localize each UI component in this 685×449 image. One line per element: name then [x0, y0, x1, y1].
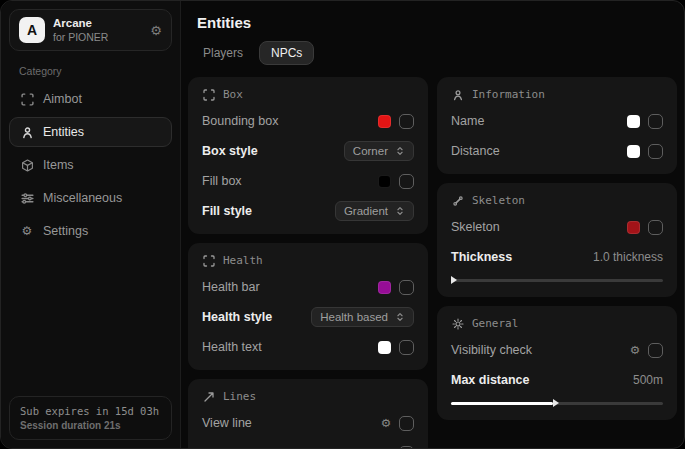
- sidebar-item-label: Items: [43, 158, 74, 172]
- card-general: General Visibility check ⚙ Max distance …: [437, 306, 677, 420]
- color-swatch[interactable]: [378, 281, 391, 294]
- slider-thumb[interactable]: [451, 276, 457, 284]
- checkbox[interactable]: [648, 114, 663, 129]
- setting-row-fill-style: Fill style Gradient: [202, 201, 414, 221]
- color-swatch[interactable]: [627, 115, 640, 128]
- select-value: Gradient: [344, 205, 388, 217]
- card-skeleton: Skeleton Skeleton Thickness 1.0 thicknes…: [437, 183, 677, 297]
- color-swatch[interactable]: [627, 145, 640, 158]
- setting-label: Visibility check: [451, 343, 532, 357]
- person-scan-icon: [451, 88, 464, 101]
- card-title: General: [472, 317, 518, 330]
- setting-label: Box style: [202, 144, 258, 158]
- scan-box-icon: [20, 92, 34, 106]
- subscription-card: Sub expires in 15d 03h Session duration …: [9, 396, 172, 440]
- setting-label: Health text: [202, 340, 262, 354]
- category-label: Category: [19, 65, 172, 77]
- cards-grid: Box Bounding box Box style Corner: [188, 77, 677, 448]
- card-header: Lines: [202, 390, 414, 403]
- setting-label: Skeleton: [451, 220, 500, 234]
- color-swatch[interactable]: [378, 115, 391, 128]
- setting-row-health-bar: Health bar: [202, 277, 414, 297]
- setting-label: Thickness: [451, 250, 512, 264]
- fill-style-select[interactable]: Gradient: [335, 201, 414, 221]
- card-title: Information: [472, 88, 545, 101]
- main-content: Entities Players NPCs Box: [181, 1, 684, 448]
- setting-row-bounding-box: Bounding box: [202, 111, 414, 131]
- gear-icon[interactable]: ⚙: [630, 343, 640, 357]
- cube-icon: [20, 158, 34, 172]
- session-duration-text: Session duration 21s: [20, 420, 161, 431]
- sidebar-item-aimbot[interactable]: Aimbot: [9, 84, 172, 114]
- sidebar-item-miscellaneous[interactable]: Miscellaneous: [9, 183, 172, 213]
- setting-row-fill-box: Fill box: [202, 171, 414, 191]
- checkbox[interactable]: [648, 144, 663, 159]
- setting-label: Fill style: [202, 204, 252, 218]
- setting-row-max-distance: Max distance 500m: [451, 370, 663, 390]
- app-name: Arcane: [53, 17, 142, 31]
- sidebar-item-entities[interactable]: Entities: [9, 117, 172, 147]
- app-subtitle: for PIONER: [53, 31, 142, 44]
- checkbox[interactable]: [648, 220, 663, 235]
- card-header: Box: [202, 88, 414, 101]
- gear-icon[interactable]: ⚙: [381, 446, 391, 448]
- bone-icon: [451, 194, 464, 207]
- sidebar-item-items[interactable]: Items: [9, 150, 172, 180]
- card-title: Box: [223, 88, 243, 101]
- sub-expires-text: Sub expires in 15d 03h: [20, 405, 161, 417]
- setting-label: Name: [451, 114, 484, 128]
- card-title: Lines: [223, 390, 256, 403]
- gear-icon[interactable]: ⚙: [381, 416, 391, 430]
- color-swatch[interactable]: [378, 341, 391, 354]
- card-title: Health: [223, 254, 263, 267]
- setting-row-line-to-enemy: Line to enemy ⚙: [202, 443, 414, 448]
- max-distance-slider[interactable]: [451, 399, 663, 407]
- gear-icon[interactable]: ⚙: [150, 23, 162, 38]
- color-swatch[interactable]: [627, 221, 640, 234]
- setting-row-distance: Distance: [451, 141, 663, 161]
- setting-row-name: Name: [451, 111, 663, 131]
- slider-fill: [451, 402, 553, 405]
- sidebar: A Arcane for PIONER ⚙ Category Aimbot: [1, 1, 181, 448]
- setting-label: Health style: [202, 310, 272, 324]
- scan-brackets-icon: [202, 254, 215, 267]
- sidebar-nav: Aimbot Entities Items: [9, 81, 172, 246]
- checkbox[interactable]: [648, 343, 663, 358]
- app-title-block: Arcane for PIONER: [53, 17, 142, 43]
- checkbox[interactable]: [399, 280, 414, 295]
- slider-thumb[interactable]: [553, 399, 559, 407]
- setting-label: Distance: [451, 144, 500, 158]
- setting-label: Line to enemy: [202, 446, 281, 448]
- sidebar-item-settings[interactable]: ⚙ Settings: [9, 216, 172, 246]
- checkbox[interactable]: [399, 174, 414, 189]
- slider-track[interactable]: [451, 402, 663, 405]
- thickness-slider[interactable]: [451, 276, 663, 284]
- checkbox[interactable]: [399, 340, 414, 355]
- slider-value: 500m: [633, 373, 663, 387]
- app-logo: A: [19, 17, 45, 43]
- sidebar-item-label: Settings: [43, 224, 88, 238]
- setting-label: View line: [202, 416, 252, 430]
- sliders-icon: [20, 191, 34, 205]
- health-style-select[interactable]: Health based: [311, 307, 414, 327]
- unfold-icon: [395, 206, 405, 216]
- card-header: General: [451, 317, 663, 330]
- sidebar-item-label: Miscellaneous: [43, 191, 122, 205]
- gear-icon: ⚙: [20, 224, 34, 238]
- right-column: Information Name Distance: [437, 77, 677, 420]
- box-style-select[interactable]: Corner: [344, 141, 414, 161]
- checkbox[interactable]: [399, 114, 414, 129]
- checkbox[interactable]: [399, 416, 414, 431]
- sun-icon: [451, 317, 464, 330]
- select-value: Health based: [320, 311, 388, 323]
- color-swatch[interactable]: [378, 175, 391, 188]
- card-lines: Lines View line ⚙ Line to enemy ⚙: [188, 379, 428, 448]
- slider-track[interactable]: [451, 279, 663, 282]
- scan-brackets-icon: [202, 88, 215, 101]
- tab-npcs[interactable]: NPCs: [259, 41, 314, 65]
- checkbox[interactable]: [399, 446, 414, 449]
- tab-players[interactable]: Players: [191, 41, 255, 65]
- setting-row-skeleton: Skeleton: [451, 217, 663, 237]
- setting-label: Health bar: [202, 280, 260, 294]
- card-header: Skeleton: [451, 194, 663, 207]
